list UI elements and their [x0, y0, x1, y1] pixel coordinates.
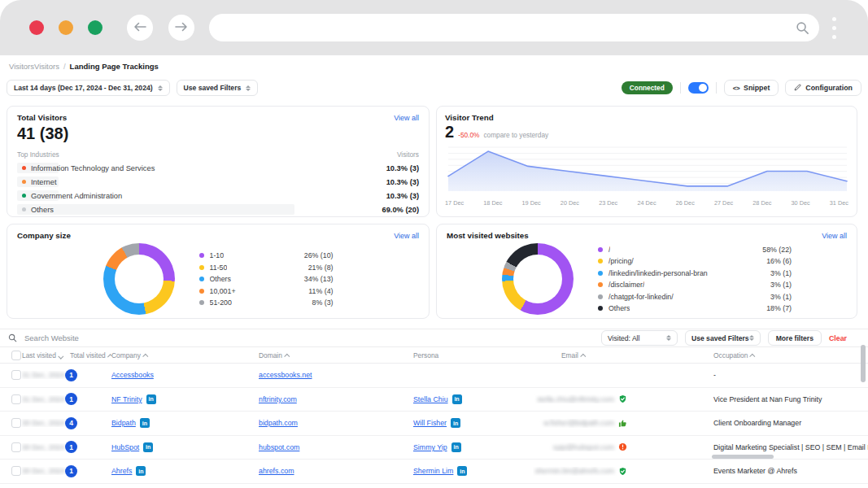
trend-value: 2: [445, 124, 454, 140]
table-row[interactable]: 31 Dec, 2024 09:14 1 Accessbooks in acce…: [0, 364, 868, 388]
saved-filters-select[interactable]: Use saved Filters: [177, 80, 259, 96]
visitors-table: 31 Dec, 2024 09:14 1 Accessbooks in acce…: [0, 364, 868, 484]
column-header-label: Domain: [259, 351, 282, 359]
back-button[interactable]: [127, 15, 153, 41]
linkedin-icon[interactable]: in: [451, 418, 460, 428]
linkedin-icon[interactable]: in: [452, 394, 462, 404]
linkedin-icon[interactable]: in: [457, 466, 467, 476]
traffic-light-close[interactable]: [29, 20, 44, 35]
total-visited-badge: 1: [65, 465, 77, 477]
linkedin-icon[interactable]: in: [140, 418, 150, 428]
table-row[interactable]: 31 Dec, 2024 08:57 1 NF Trinity in nftri…: [0, 388, 868, 412]
company-link[interactable]: Ahrefs: [111, 467, 132, 475]
linkedin-icon[interactable]: in: [146, 394, 156, 404]
column-header[interactable]: Occupation: [713, 351, 868, 359]
persona-link[interactable]: Simmy Yip: [413, 443, 447, 451]
domain-link[interactable]: ahrefs.com: [259, 467, 294, 475]
domain-link[interactable]: nftrinity.com: [259, 395, 297, 403]
clear-filters-button[interactable]: Clear: [829, 334, 847, 342]
persona-link[interactable]: Shermin Lim: [413, 467, 453, 475]
industries-header: Top Industries: [17, 150, 59, 159]
url-input[interactable]: [222, 22, 796, 33]
column-header[interactable]: Last visited: [22, 351, 65, 359]
select-all-checkbox[interactable]: [11, 351, 21, 360]
configuration-button[interactable]: Configuration: [785, 80, 861, 96]
vertical-scrollbar-thumb[interactable]: [861, 345, 866, 382]
linkedin-icon[interactable]: in: [136, 466, 146, 476]
configuration-label: Configuration: [805, 84, 853, 92]
column-header[interactable]: Company: [111, 351, 259, 359]
legend-value: 58% (22): [748, 246, 792, 254]
date-range-select[interactable]: Last 14 days (Dec 17, 2024 - Dec 31, 202…: [7, 80, 170, 96]
company-size-donut-chart: [103, 243, 175, 315]
table-row[interactable]: 30 Dec, 2024 19:26 4 Bidpath in bidpath.…: [0, 412, 868, 436]
linkedin-icon[interactable]: in: [451, 442, 461, 452]
domain-link[interactable]: bidpath.com: [259, 419, 298, 427]
view-all-link[interactable]: View all: [822, 232, 847, 240]
column-header[interactable]: Persona: [413, 351, 533, 359]
legend-value: 34% (13): [290, 275, 334, 283]
company-size-legend: 1-10 26% (10) 11-50 21% (8) Others 34% (…: [199, 250, 334, 309]
column-header-label: Last visited: [22, 351, 56, 359]
view-all-link[interactable]: View all: [394, 232, 419, 240]
row-checkbox[interactable]: [11, 418, 21, 428]
more-filters-button[interactable]: More filters: [768, 330, 822, 346]
search-website-input[interactable]: [23, 333, 601, 343]
company-link[interactable]: NF Trinity: [111, 395, 142, 403]
company-link[interactable]: HubSpot: [111, 443, 139, 451]
row-checkbox[interactable]: [11, 442, 21, 452]
thumbs-up-icon: [618, 419, 627, 428]
legend-value: 16% (6): [752, 257, 792, 265]
visited-filter-select[interactable]: Visited: All: [601, 330, 678, 346]
legend-label: 11-50: [210, 264, 228, 272]
sort-chevron-icon: [750, 353, 756, 359]
table-saved-filters-select[interactable]: Use saved Filters: [685, 330, 761, 346]
company-link[interactable]: Accessbooks: [111, 371, 154, 379]
email-value: syip@hubspot.com: [533, 443, 614, 451]
column-header[interactable]: Email: [533, 351, 713, 359]
x-axis-tick-label: 17 Dec: [445, 199, 464, 207]
industry-value: 69.0% (20): [382, 206, 419, 214]
breadcrumb-separator: /: [63, 62, 66, 71]
column-header-label: Email: [561, 351, 578, 359]
column-header-label: Company: [111, 351, 141, 359]
legend-row: 11-50 21% (8): [199, 261, 334, 273]
column-header[interactable]: Domain: [259, 351, 413, 359]
persona-link[interactable]: Stella Chiu: [413, 395, 448, 403]
horizontal-scrollbar-thumb[interactable]: [712, 455, 774, 459]
search-icon[interactable]: [796, 21, 809, 35]
tracking-toggle[interactable]: [688, 82, 709, 94]
total-visited-badge: 1: [65, 393, 77, 405]
breadcrumb-parent[interactable]: VisitorsVisitors: [9, 62, 59, 71]
card-title: Most visited websites: [447, 231, 529, 240]
industry-row: Others 69.0% (20): [17, 203, 419, 216]
industry-label: Information Technology and Services: [31, 164, 155, 172]
legend-value: 18% (7): [752, 304, 792, 312]
occupation-value: Client Onboarding Manager: [713, 419, 801, 427]
divider: [716, 82, 717, 94]
traffic-light-zoom[interactable]: [88, 20, 103, 35]
table-row[interactable]: 30 Dec, 2024 11:27 1 Ahrefs in ahrefs.co…: [0, 460, 868, 484]
browser-menu-icon[interactable]: [832, 17, 836, 39]
more-filters-label: More filters: [776, 334, 813, 342]
linkedin-icon[interactable]: in: [143, 442, 153, 452]
domain-link[interactable]: hubspot.com: [259, 443, 299, 451]
legend-dot-icon: [598, 282, 603, 287]
persona-link[interactable]: Will Fisher: [413, 419, 447, 427]
legend-row: /chatgpt-for-linkedin/ 3% (1): [598, 291, 792, 303]
industry-row: Government Administration 10.3% (3): [17, 189, 419, 203]
domain-link[interactable]: accessbooks.net: [259, 371, 312, 379]
row-checkbox[interactable]: [11, 394, 21, 404]
column-header[interactable]: Total visited: [65, 351, 111, 359]
row-checkbox[interactable]: [11, 466, 21, 476]
industry-label: Internet: [31, 178, 57, 186]
legend-label: /linkedin/linkedin-personal-bran: [608, 269, 708, 277]
row-checkbox[interactable]: [11, 370, 21, 380]
forward-button[interactable]: [168, 15, 194, 41]
traffic-light-minimize[interactable]: [59, 20, 73, 35]
snippet-button[interactable]: <> Snippet: [724, 80, 779, 96]
view-all-link[interactable]: View all: [394, 114, 419, 122]
connected-status-badge: Connected: [622, 81, 673, 94]
company-link[interactable]: Bidpath: [111, 419, 136, 427]
url-bar[interactable]: [209, 14, 819, 41]
